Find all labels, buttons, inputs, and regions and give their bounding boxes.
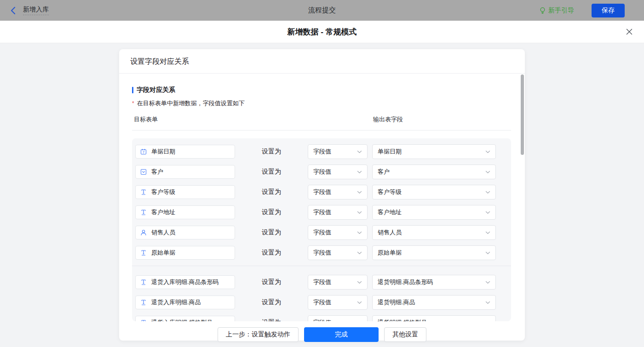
output-field-selected: 退货明细.商品 bbox=[378, 298, 415, 307]
value-type-selected: 字段值 bbox=[313, 249, 331, 257]
value-type-select[interactable]: 字段值 bbox=[308, 315, 368, 321]
save-button[interactable]: 保存 bbox=[592, 4, 625, 17]
value-type-select[interactable]: 字段值 bbox=[308, 205, 368, 220]
text-field-icon bbox=[140, 299, 147, 306]
output-field-selected: 客户等级 bbox=[378, 188, 402, 196]
field-mapping-row: 7 单据日期 设置为 字段值 单据日期 bbox=[135, 144, 511, 159]
scrollbar[interactable] bbox=[521, 74, 524, 155]
output-field-select[interactable]: 客户地址 bbox=[372, 205, 496, 220]
chevron-down-icon bbox=[357, 321, 362, 322]
output-field-select[interactable]: 销售人员 bbox=[372, 225, 496, 240]
chevron-down-icon bbox=[357, 231, 362, 234]
column-output-field: 输出表字段 bbox=[373, 115, 403, 124]
value-type-selected: 字段值 bbox=[313, 148, 331, 156]
output-field-select[interactable]: 退货明细.规格型号 bbox=[372, 315, 496, 321]
flow-name-editable[interactable]: 新增入库 bbox=[23, 6, 49, 15]
chevron-left-icon bbox=[10, 6, 16, 15]
target-field-box: 退货入库明细.商品条形码 bbox=[135, 275, 235, 289]
lightbulb-icon bbox=[539, 7, 546, 14]
chevron-down-icon bbox=[485, 171, 490, 174]
user-icon bbox=[140, 229, 147, 236]
newbie-guide-link[interactable]: 新手引导 bbox=[539, 6, 574, 15]
section-accent-bar bbox=[132, 87, 133, 93]
modal-titlebar: 新增数据 - 常规模式 bbox=[0, 21, 644, 43]
other-settings-button[interactable]: 其他设置 bbox=[384, 327, 426, 342]
output-field-select[interactable]: 退货明细.商品条形码 bbox=[372, 275, 496, 290]
field-mapping-row: 销售人员 设置为 字段值 销售人员 bbox=[135, 225, 511, 240]
set-as-label: 设置为 bbox=[235, 228, 308, 237]
chevron-down-icon bbox=[485, 301, 490, 304]
set-as-label: 设置为 bbox=[235, 319, 308, 321]
chevron-down-icon bbox=[485, 251, 490, 255]
text-field-icon bbox=[140, 250, 147, 256]
chevron-down-icon bbox=[357, 191, 362, 194]
field-mapping-row: 客户 设置为 字段值 客户 bbox=[135, 165, 511, 179]
target-field-label: 客户地址 bbox=[151, 208, 175, 216]
target-field-label: 单据日期 bbox=[151, 148, 175, 156]
target-field-box: 7 单据日期 bbox=[135, 145, 235, 159]
output-field-selected: 销售人员 bbox=[378, 228, 402, 237]
close-icon[interactable] bbox=[626, 28, 633, 35]
text-field-icon bbox=[140, 279, 147, 285]
calendar-icon: 7 bbox=[140, 148, 147, 155]
column-target-form: 目标表单 bbox=[134, 115, 373, 124]
set-as-label: 设置为 bbox=[235, 168, 308, 176]
value-type-select[interactable]: 字段值 bbox=[308, 295, 368, 310]
target-field-box: 退货入库明细.规格型号 bbox=[135, 316, 235, 321]
chevron-down-icon bbox=[357, 251, 362, 255]
tab-process-submit[interactable]: 流程提交 bbox=[308, 6, 336, 15]
target-field-label: 退货入库明细.商品 bbox=[151, 298, 201, 307]
set-as-label: 设置为 bbox=[235, 148, 308, 156]
target-field-label: 退货入库明细.规格型号 bbox=[151, 319, 213, 321]
field-mapping-row: 退货入库明细.商品 设置为 字段值 退货明细.商品 bbox=[135, 295, 511, 310]
target-field-box: 退货入库明细.商品 bbox=[135, 296, 235, 309]
output-field-select[interactable]: 客户等级 bbox=[372, 185, 496, 199]
target-field-label: 客户 bbox=[151, 168, 163, 176]
group-divider bbox=[132, 266, 511, 266]
output-field-selected: 单据日期 bbox=[378, 148, 402, 156]
field-mapping-row: 退货入库明细.规格型号 设置为 字段值 退货明细.规格型号 bbox=[135, 315, 511, 321]
section-description: *在目标表单中新增数据，字段值设置如下 bbox=[132, 99, 525, 108]
output-field-select[interactable]: 单据日期 bbox=[372, 144, 496, 159]
section-title: 字段对应关系 bbox=[132, 86, 525, 94]
target-field-label: 退货入库明细.商品条形码 bbox=[151, 278, 219, 286]
output-field-select[interactable]: 客户 bbox=[372, 165, 496, 179]
target-field-label: 原始单据 bbox=[151, 249, 175, 257]
value-type-select[interactable]: 字段值 bbox=[308, 225, 368, 240]
value-type-select[interactable]: 字段值 bbox=[308, 245, 368, 260]
chevron-down-icon bbox=[485, 191, 490, 194]
card-header: 设置字段对应关系 bbox=[119, 49, 525, 74]
output-field-select[interactable]: 退货明细.商品 bbox=[372, 295, 496, 310]
columns-header: 目标表单 输出表字段 bbox=[132, 115, 511, 131]
value-type-select[interactable]: 字段值 bbox=[308, 165, 368, 179]
value-type-select[interactable]: 字段值 bbox=[308, 275, 368, 290]
set-as-label: 设置为 bbox=[235, 298, 308, 307]
output-field-selected: 客户地址 bbox=[378, 208, 402, 216]
target-field-box: 客户等级 bbox=[135, 185, 235, 199]
field-mapping-row: 客户等级 设置为 字段值 客户等级 bbox=[135, 185, 511, 199]
field-mapping-row: 原始单据 设置为 字段值 原始单据 bbox=[135, 245, 511, 260]
newbie-guide-label: 新手引导 bbox=[548, 6, 574, 15]
chevron-down-icon bbox=[485, 150, 490, 154]
output-field-select[interactable]: 原始单据 bbox=[372, 245, 496, 260]
field-mapping-card: 设置字段对应关系 字段对应关系 *在目标表单中新增数据，字段值设置如下 目标表单… bbox=[119, 49, 525, 341]
done-button[interactable]: 完成 bbox=[304, 327, 379, 342]
svg-text:7: 7 bbox=[143, 150, 145, 154]
text-field-icon bbox=[140, 319, 147, 321]
target-field-label: 客户等级 bbox=[151, 188, 175, 196]
back-button[interactable] bbox=[10, 6, 16, 15]
value-type-selected: 字段值 bbox=[313, 298, 331, 307]
value-type-select[interactable]: 字段值 bbox=[308, 144, 368, 159]
target-field-label: 销售人员 bbox=[151, 228, 175, 237]
modal-title: 新增数据 - 常规模式 bbox=[287, 27, 356, 37]
target-field-box: 销售人员 bbox=[135, 226, 235, 239]
target-field-box: 客户地址 bbox=[135, 205, 235, 219]
value-type-select[interactable]: 字段值 bbox=[308, 185, 368, 199]
value-type-selected: 字段值 bbox=[313, 319, 331, 321]
prev-step-button[interactable]: 上一步：设置触发动作 bbox=[218, 327, 299, 342]
value-type-selected: 字段值 bbox=[313, 208, 331, 216]
set-as-label: 设置为 bbox=[235, 249, 308, 257]
target-field-box: 客户 bbox=[135, 165, 235, 179]
set-as-label: 设置为 bbox=[235, 208, 308, 216]
chevron-down-icon bbox=[357, 301, 362, 304]
